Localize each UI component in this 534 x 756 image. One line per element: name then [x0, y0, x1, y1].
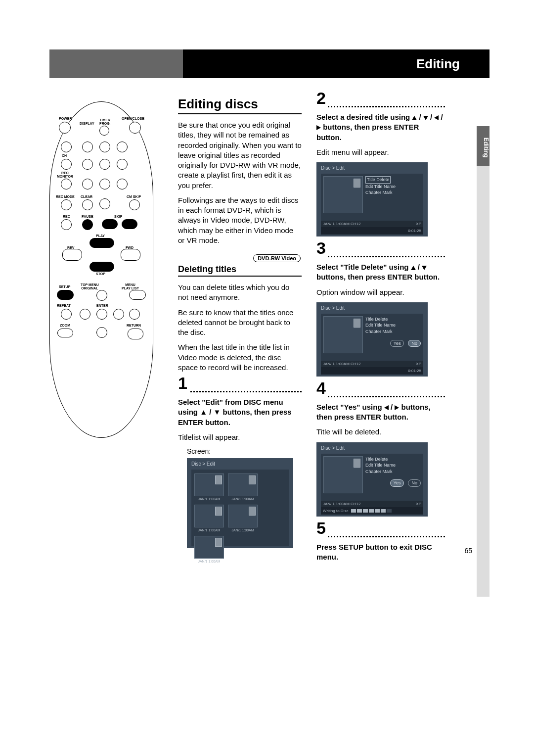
step2-after: Edit menu will appear.: [316, 147, 445, 157]
lbl-open: OPEN/CLOSE: [122, 117, 144, 120]
btn-timer[interactable]: [99, 126, 109, 136]
btn-3[interactable]: [117, 142, 128, 152]
btn-nav-left[interactable]: [80, 309, 90, 320]
btn-fwd[interactable]: [121, 249, 140, 261]
osd3-mi[interactable]: Edit Title Name: [365, 322, 421, 329]
step3-instr: Select "Title Delete" using / buttons, t…: [316, 262, 445, 283]
osd4-writing: Writing to Disc: [321, 507, 423, 515]
left-icon: [384, 405, 389, 410]
btn-2[interactable]: [99, 142, 110, 152]
osd4-yes[interactable]: Yes: [390, 479, 404, 487]
remote-outline: POWER DISPLAY TIMER PROG. OPEN/CLOSE CH …: [49, 101, 153, 438]
btn-recmon[interactable]: [61, 179, 72, 189]
osd3-mi[interactable]: Chapter Mark: [365, 329, 421, 335]
remote-column: POWER DISPLAY TIMER PROG. OPEN/CLOSE CH …: [49, 96, 163, 567]
btn-skip-back[interactable]: [102, 219, 118, 229]
step2-instr: Select a desired title using / / / butto…: [316, 112, 445, 142]
btn-repeat[interactable]: [61, 309, 72, 320]
lbl-power: POWER: [59, 117, 72, 120]
play-cluster: PLAY REV FWD STOP: [62, 238, 141, 275]
lbl-return: RETURN: [127, 324, 141, 327]
osd4-yn: Yes No: [365, 479, 421, 487]
osd4-mi[interactable]: Edit Title Name: [365, 462, 421, 469]
btn-5[interactable]: [99, 159, 110, 170]
btn-skip-fwd[interactable]: [122, 219, 137, 229]
btn-4[interactable]: [82, 159, 93, 170]
btn-rec[interactable]: [61, 219, 72, 230]
osd-screen-grid: Disc > Edit JAN/1 1:00AM JAN/1 1:00AM JA…: [187, 458, 293, 548]
osd4-status-mode: XP: [416, 502, 421, 506]
osd4-mi[interactable]: Title Delete: [365, 456, 421, 463]
btn-nav-up[interactable]: [96, 290, 107, 301]
btn-nav-right2[interactable]: [129, 309, 140, 320]
btn-play[interactable]: [89, 238, 114, 248]
btn-8[interactable]: [99, 179, 110, 189]
btn-9[interactable]: [117, 179, 128, 189]
osd2-status: JAN/ 1 1:00AM CH12 XP: [321, 221, 423, 227]
step1-screen-label: Screen:: [187, 447, 302, 455]
header-black: Editing: [183, 49, 490, 78]
btn-enter[interactable]: [96, 309, 107, 320]
step1-after: Titlelist will appear.: [178, 432, 302, 442]
btn-zoom[interactable]: [57, 329, 73, 337]
osd3-yes[interactable]: Yes: [390, 340, 404, 347]
btn-ch-down[interactable]: [61, 159, 72, 170]
osd2-status-left: JAN/ 1 1:00AM CH12: [323, 222, 360, 226]
osd1-cell[interactable]: JAN/1 1:00AM: [194, 505, 224, 532]
up-icon: [411, 266, 416, 270]
btn-stop[interactable]: [89, 262, 114, 272]
thumb-icon: [354, 319, 360, 328]
osd3-no[interactable]: No: [408, 340, 421, 347]
btn-cmskip[interactable]: [129, 199, 140, 210]
osd4-writing-label: Writing to Disc: [323, 509, 348, 513]
btn-ch-up[interactable]: [61, 142, 72, 152]
osd3-mi[interactable]: Title Delete: [365, 316, 421, 323]
btn-return[interactable]: [128, 329, 143, 339]
osd3-thumb: [323, 316, 363, 353]
right-column: 2 Select a desired title using / / / but…: [316, 96, 445, 567]
osd4-body: Title Delete Edit Title Name Chapter Mar…: [321, 454, 423, 501]
header-grey: [49, 49, 183, 78]
lbl-display: DISPLAY: [80, 122, 94, 125]
thumb-icon: [215, 475, 222, 484]
btn-pause[interactable]: [82, 219, 93, 230]
middle-column: Editing discs Be sure that once you edit…: [178, 96, 302, 567]
osd3-breadcrumb: Disc > Edit: [321, 305, 423, 311]
btn-0[interactable]: [99, 198, 110, 209]
osd1-breadcrumb: Disc > Edit: [191, 461, 289, 467]
osd3-status: JAN/ 1 1:00AM CH12 XP: [321, 361, 423, 367]
btn-open[interactable]: [129, 122, 141, 134]
osd2-mi-sel[interactable]: Title Delete: [365, 176, 391, 184]
btn-nav-right[interactable]: [113, 309, 124, 320]
thumb-icon: [354, 459, 360, 468]
heading-editing-discs: Editing discs: [178, 96, 302, 112]
osd2-mi[interactable]: Edit Title Name: [365, 184, 421, 190]
btn-menu[interactable]: [129, 290, 146, 300]
right-icon: [395, 405, 399, 410]
osd1-cell[interactable]: JAN/1 1:00AM: [228, 505, 258, 532]
osd4-no[interactable]: No: [408, 479, 421, 487]
btn-recmode[interactable]: [61, 199, 72, 210]
osd-screen-2: Disc > Edit Title Delete Edit Title Name…: [316, 162, 428, 236]
btn-7[interactable]: [82, 179, 93, 189]
osd2-body: Title Delete Edit Title Name Chapter Mar…: [321, 174, 423, 221]
osd1-cell[interactable]: JAN/1 1:00AM: [194, 473, 224, 501]
osd4-breadcrumb: Disc > Edit: [321, 445, 423, 451]
step5-num: 5: [316, 519, 328, 538]
btn-nav-down[interactable]: [96, 327, 107, 338]
osd1-cell[interactable]: JAN/1 1:00AM: [228, 473, 258, 501]
btn-6[interactable]: [117, 159, 128, 170]
btn-1[interactable]: [82, 142, 93, 152]
btn-rev[interactable]: [62, 249, 82, 261]
osd4-status: JAN/ 1 1:00AM CH12 XP: [321, 501, 423, 507]
btn-setup[interactable]: [57, 290, 74, 300]
osd4-mi[interactable]: Chapter Mark: [365, 469, 421, 475]
btn-power[interactable]: [59, 122, 71, 134]
heading-deleting: Deleting titles: [178, 264, 302, 275]
btn-clear[interactable]: [82, 199, 93, 210]
step2-row: 2: [316, 96, 445, 107]
osd1-cell[interactable]: JAN/1 1:00AM: [194, 536, 224, 563]
osd2-mi[interactable]: Chapter Mark: [365, 189, 421, 196]
lbl-recmode: REC MODE: [56, 195, 75, 198]
lbl-pause: PAUSE: [82, 215, 93, 218]
